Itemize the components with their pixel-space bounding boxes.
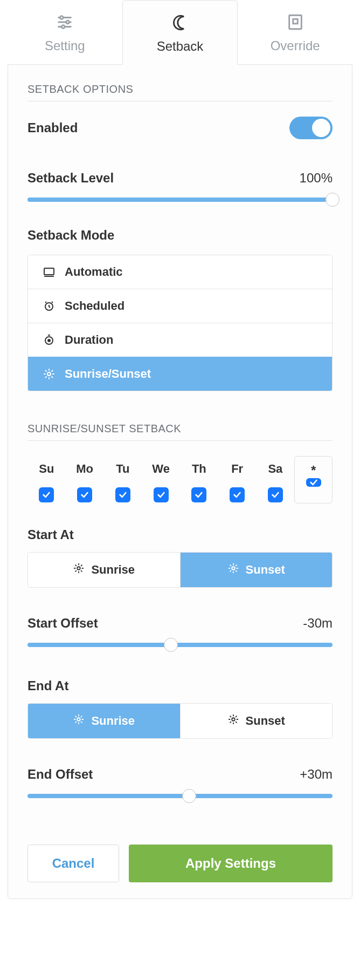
end-at-sunrise-label: Sunrise xyxy=(91,714,135,728)
mode-sun-label: Sunrise/Sunset xyxy=(65,367,151,381)
apply-settings-button[interactable]: Apply Settings xyxy=(129,845,333,882)
sliders-icon xyxy=(54,11,75,33)
mode-list: Automatic Scheduled Duration Sunrise/Sun… xyxy=(27,255,333,391)
day-mo-checkbox[interactable] xyxy=(77,487,92,502)
day-th-label: Th xyxy=(180,458,218,480)
svg-point-22 xyxy=(78,567,81,570)
svg-line-56 xyxy=(230,722,231,723)
day-mo-label: Mo xyxy=(66,458,104,480)
svg-rect-7 xyxy=(293,19,297,24)
svg-point-3 xyxy=(66,21,70,24)
sun-icon xyxy=(42,367,56,381)
setback-mode-label: Setback Mode xyxy=(27,228,114,243)
day-we-checkbox[interactable] xyxy=(154,487,169,502)
days-all-symbol: * xyxy=(311,463,316,478)
days-selector: Su Mo Tu We Th Fr Sa * xyxy=(27,456,333,503)
moon-icon xyxy=(169,12,191,33)
start-at-segmented: Sunrise Sunset xyxy=(27,552,333,588)
sunrise-sunset-heading: SUNRISE/SUNSET SETBACK xyxy=(27,423,333,441)
day-fr-checkbox[interactable] xyxy=(230,487,245,502)
end-offset-label: End Offset xyxy=(27,767,93,782)
svg-line-37 xyxy=(236,571,236,571)
svg-line-28 xyxy=(81,571,82,571)
start-at-sunrise[interactable]: Sunrise xyxy=(28,553,180,587)
tab-override[interactable]: Override xyxy=(238,0,352,65)
svg-point-5 xyxy=(62,25,65,29)
tabs-bar: Setting Setback Override xyxy=(0,0,360,65)
svg-point-40 xyxy=(78,718,81,721)
sun-icon xyxy=(227,713,239,729)
day-sa-label: Sa xyxy=(257,458,295,480)
setback-options-heading: SETBACK OPTIONS xyxy=(27,83,333,101)
start-offset-slider[interactable] xyxy=(27,639,333,650)
start-at-sunset[interactable]: Sunset xyxy=(180,553,333,587)
svg-rect-8 xyxy=(44,268,54,275)
days-all-toggle[interactable]: * xyxy=(294,456,333,503)
day-fr-label: Fr xyxy=(218,458,257,480)
mode-automatic[interactable]: Automatic xyxy=(28,255,332,289)
start-at-sunrise-label: Sunrise xyxy=(91,563,135,577)
end-at-sunset[interactable]: Sunset xyxy=(180,704,333,738)
sun-icon xyxy=(227,562,239,577)
start-offset-label: Start Offset xyxy=(27,616,98,631)
svg-line-55 xyxy=(236,722,236,723)
sun-icon xyxy=(73,562,85,577)
svg-line-54 xyxy=(230,716,231,717)
svg-line-48 xyxy=(81,716,82,717)
svg-line-20 xyxy=(46,377,47,378)
svg-line-57 xyxy=(236,716,236,717)
svg-point-13 xyxy=(47,372,51,376)
end-offset-value: +30m xyxy=(300,767,333,782)
day-tu-label: Tu xyxy=(104,458,142,480)
slider-thumb[interactable] xyxy=(326,193,340,207)
mode-sunrise-sunset[interactable]: Sunrise/Sunset xyxy=(28,357,332,391)
setback-level-label: Setback Level xyxy=(27,171,114,186)
tab-setting[interactable]: Setting xyxy=(8,0,122,65)
svg-line-18 xyxy=(46,371,47,372)
start-at-sunset-label: Sunset xyxy=(246,563,285,577)
setback-panel: SETBACK OPTIONS Enabled Setback Level 10… xyxy=(8,64,352,899)
end-offset-slider[interactable] xyxy=(27,791,333,801)
day-su-checkbox[interactable] xyxy=(39,487,54,502)
enabled-toggle[interactable] xyxy=(289,117,333,139)
tab-setback[interactable]: Setback xyxy=(122,0,238,65)
svg-line-47 xyxy=(75,722,76,723)
sun-icon xyxy=(73,713,85,729)
mode-duration[interactable]: Duration xyxy=(28,323,332,357)
slider-track xyxy=(27,794,333,798)
slider-track xyxy=(27,198,333,202)
svg-rect-6 xyxy=(289,15,301,29)
svg-line-45 xyxy=(75,716,76,717)
svg-line-46 xyxy=(81,722,82,723)
clock-icon xyxy=(42,299,56,313)
svg-point-49 xyxy=(232,718,235,721)
stopwatch-icon xyxy=(42,333,56,347)
mode-scheduled-label: Scheduled xyxy=(65,299,124,313)
svg-line-29 xyxy=(75,571,76,571)
svg-point-31 xyxy=(232,567,235,570)
days-all-checkbox[interactable] xyxy=(306,478,321,487)
mode-scheduled[interactable]: Scheduled xyxy=(28,289,332,323)
day-we-label: We xyxy=(142,458,180,480)
cancel-button[interactable]: Cancel xyxy=(27,845,119,882)
tab-setting-label: Setting xyxy=(45,38,85,53)
mode-automatic-label: Automatic xyxy=(65,265,123,279)
start-at-label: Start At xyxy=(27,527,74,542)
slider-thumb[interactable] xyxy=(164,638,178,652)
svg-line-19 xyxy=(52,377,53,378)
mode-duration-label: Duration xyxy=(65,333,113,347)
day-sa-checkbox[interactable] xyxy=(268,487,283,502)
end-at-label: End At xyxy=(27,678,68,693)
slider-thumb[interactable] xyxy=(182,789,196,803)
start-offset-value: -30m xyxy=(303,616,333,631)
day-su-label: Su xyxy=(27,458,66,480)
svg-line-36 xyxy=(230,565,231,566)
automatic-icon xyxy=(42,265,56,279)
day-th-checkbox[interactable] xyxy=(191,487,206,502)
tab-setback-label: Setback xyxy=(157,39,204,54)
end-at-sunset-label: Sunset xyxy=(246,714,285,728)
setback-level-slider[interactable] xyxy=(27,194,333,205)
svg-point-12 xyxy=(48,339,50,342)
day-tu-checkbox[interactable] xyxy=(115,487,130,502)
end-at-sunrise[interactable]: Sunrise xyxy=(28,704,180,738)
